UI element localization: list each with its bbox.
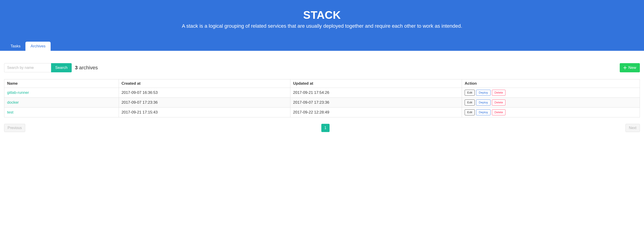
deploy-button[interactable]: Deploy — [476, 90, 490, 96]
search-group: Search — [4, 63, 72, 72]
archive-count-number: 3 — [75, 65, 78, 70]
edit-button[interactable]: Edit — [465, 90, 475, 96]
new-button[interactable]: New — [620, 63, 640, 72]
col-header-created: Created at — [119, 79, 290, 88]
cell-created: 2017-09-07 17:23:36 — [119, 97, 290, 107]
search-button[interactable]: Search — [51, 63, 72, 72]
archive-name-link[interactable]: test — [7, 110, 13, 114]
pagination: Previous 1 Next — [4, 124, 640, 132]
table-row: docker 2017-09-07 17:23:36 2017-09-07 17… — [4, 97, 640, 107]
page-title: STACK — [4, 9, 640, 21]
previous-button[interactable]: Previous — [4, 124, 25, 132]
next-button[interactable]: Next — [626, 124, 640, 132]
new-button-label: New — [628, 65, 636, 70]
delete-button[interactable]: Delete — [492, 90, 506, 96]
table-row: test 2017-09-21 17:15:43 2017-09-22 12:2… — [4, 107, 640, 117]
tab-bar: Tasks Archives — [0, 42, 644, 51]
cell-updated: 2017-09-21 17:54:26 — [290, 88, 462, 97]
edit-button[interactable]: Edit — [465, 100, 475, 105]
tab-archives[interactable]: Archives — [26, 42, 50, 51]
cell-created: 2017-09-07 16:36:53 — [119, 88, 290, 97]
page-number-current[interactable]: 1 — [321, 124, 330, 132]
cell-updated: 2017-09-22 12:28:49 — [290, 107, 462, 117]
table-row: gitlab-runner 2017-09-07 16:36:53 2017-0… — [4, 88, 640, 97]
archives-table: Name Created at Updated at Action gitlab… — [4, 79, 640, 117]
delete-button[interactable]: Delete — [492, 109, 506, 115]
delete-button[interactable]: Delete — [492, 100, 506, 105]
archive-name-link[interactable]: docker — [7, 100, 19, 105]
cell-updated: 2017-09-07 17:23:36 — [290, 97, 462, 107]
archive-count-suffix: archives — [78, 65, 98, 70]
plus-icon — [624, 66, 626, 69]
deploy-button[interactable]: Deploy — [476, 100, 490, 105]
edit-button[interactable]: Edit — [465, 109, 475, 115]
search-input[interactable] — [4, 63, 51, 72]
col-header-name: Name — [4, 79, 119, 88]
toolbar: Search 3 archives New — [4, 63, 640, 72]
archive-name-link[interactable]: gitlab-runner — [7, 90, 29, 95]
page-subtitle: A stack is a logical grouping of related… — [4, 23, 640, 29]
col-header-action: Action — [462, 79, 640, 88]
cell-created: 2017-09-21 17:15:43 — [119, 107, 290, 117]
col-header-updated: Updated at — [290, 79, 462, 88]
tab-tasks[interactable]: Tasks — [6, 42, 26, 51]
archive-count: 3 archives — [75, 65, 98, 71]
hero-banner: STACK A stack is a logical grouping of r… — [0, 0, 644, 51]
deploy-button[interactable]: Deploy — [476, 109, 490, 115]
